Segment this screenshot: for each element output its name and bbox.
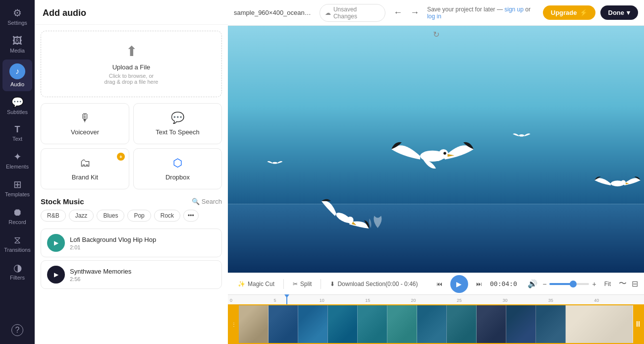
undo-button[interactable]: ← [390,5,405,20]
dropbox-card[interactable]: ⬡ Dropbox [133,148,222,189]
split-icon: ✂ [293,281,298,287]
dropbox-icon: ⬡ [173,157,182,170]
voiceover-card[interactable]: 🎙 Voiceover [41,103,129,144]
play-pause-button[interactable]: ▶ [450,275,468,293]
volume-icon[interactable]: 🔊 [528,279,537,288]
brand-kit-badge: + [117,153,125,161]
zoom-thumb [570,281,577,287]
genre-rock[interactable]: Rock [154,210,180,222]
zoom-out-icon[interactable]: − [542,280,546,288]
sidebar-item-audio[interactable]: ♪ Audio [2,59,32,91]
audio-panel: Add audio ⬆ Upload a File Click to brows… [35,0,228,344]
sidebar-item-label: Media [10,48,25,54]
sidebar-item-templates[interactable]: ⊞ Templates [2,175,32,201]
fit-button[interactable]: Fit [601,280,614,288]
sidebar-item-record[interactable]: ⏺ Record [2,203,32,229]
ruler-mark-10: 10 [320,298,324,303]
sidebar-item-elements[interactable]: ✦ Elements [2,148,32,173]
sidebar-item-label: Subtitles [7,109,28,115]
playhead[interactable] [286,295,287,304]
search-icon: 🔍 [192,198,200,205]
sidebar-item-transitions[interactable]: ⧖ Transitions [2,231,32,257]
stock-music-section: Stock Music 🔍 Search R&B Jazz Blues Pop … [35,193,228,229]
list-item[interactable]: ▶ Lofi Background Vlog Hip Hop 2:01 [41,229,222,257]
templates-icon: ⊞ [13,179,22,189]
genre-jazz[interactable]: Jazz [69,210,94,222]
sidebar-item-filters[interactable]: ◑ Filters [2,259,32,285]
audio-icon: ♪ [9,63,25,79]
play-track-2-button[interactable]: ▶ [47,266,65,284]
zoom-control: − + [542,280,596,288]
current-time: 00:04:0 [490,280,517,287]
sign-up-link[interactable]: sign up [504,6,524,13]
sidebar-item-media[interactable]: 🖼 Media [2,32,32,57]
genre-pop[interactable]: Pop [127,210,151,222]
track-left-handle[interactable]: ⋮ [229,305,239,343]
frame-thumb [447,305,477,343]
play-track-1-button[interactable]: ▶ [47,234,65,252]
sidebar-item-subtitles[interactable]: 💬 Subtitles [2,93,32,119]
cloud-icon: ☁ [325,9,331,16]
rotate-icon[interactable]: ↻ [433,30,439,39]
audio-options-grid: 🎙 Voiceover 💬 Text To Speech + 🗂 Brand K… [35,103,228,193]
download-icon: ⬇ [330,281,335,287]
zoom-slider[interactable] [549,283,589,285]
frame-thumb [417,305,447,343]
waveform-icon[interactable]: 〜 [619,279,627,289]
text-icon: T [15,125,20,134]
split-button[interactable]: ✂ Split [289,279,316,289]
redo-button[interactable]: → [407,5,422,20]
list-item[interactable]: ▶ Synthwave Memories 2:56 [41,260,222,289]
settings-icon: ⚙ [13,8,22,18]
ruler-mark-40: 40 [594,298,599,303]
genre-blues[interactable]: Blues [97,210,124,222]
playback-controls: ⏮ ▶ ⏭ 00:04:0 [432,275,517,293]
search-button[interactable]: 🔍 Search [192,198,222,205]
video-track-row: ⋮ ⏸ [229,305,643,343]
sidebar-item-label: Templates [5,191,30,197]
text-to-speech-card[interactable]: 💬 Text To Speech [133,103,222,144]
fast-forward-button[interactable]: ⏭ [472,279,486,289]
magic-cut-button[interactable]: ✨ Magic Cut [234,279,278,289]
panel-title: Add audio [35,0,228,25]
search-label: Search [202,198,222,205]
chevron-down-icon: ▾ [627,9,630,16]
video-preview-svg [228,26,644,273]
svg-point-4 [439,149,448,159]
topbar-right: Save your project for later — sign up or… [427,5,638,20]
timeline-controls: ✨ Magic Cut ✂ Split ⬇ Download Section(0… [228,273,644,294]
log-in-link[interactable]: log in [427,13,441,20]
sidebar-item-label: Audio [10,81,24,87]
stock-music-title: Stock Music [41,197,84,206]
separator [283,279,284,289]
subtitles-icon: 💬 [11,97,24,107]
ruler-mark-15: 15 [365,298,370,303]
microphone-icon: 🎙 [80,112,91,124]
svg-rect-0 [228,26,644,204]
zoom-in-icon[interactable]: + [592,280,596,288]
record-icon: ⏺ [12,207,22,217]
media-icon: 🖼 [12,36,22,46]
sidebar-item-help[interactable]: ? [2,320,32,340]
track-right-handle[interactable]: ⏸ [633,305,643,343]
stock-music-header: Stock Music 🔍 Search [41,197,222,206]
track-2-duration: 2:56 [70,276,215,282]
download-section-button[interactable]: ⬇ Download Section(0:00 - 0:46) [326,279,422,289]
genre-tags: R&B Jazz Blues Pop Rock ••• [41,210,222,222]
ruler-marks-container: 0 5 10 15 20 25 30 35 40 [228,295,644,304]
brand-kit-card[interactable]: + 🗂 Brand Kit [41,148,129,189]
track-1-info: Lofi Background Vlog Hip Hop 2:01 [70,236,215,250]
dropbox-label: Dropbox [165,173,190,181]
track-1-name: Lofi Background Vlog Hip Hop [70,236,215,243]
sidebar-item-settings[interactable]: ⚙ Settings [2,4,32,30]
genre-rnb[interactable]: R&B [41,210,66,222]
done-button[interactable]: Done ▾ [600,5,639,20]
sidebar-item-label: Transitions [4,247,30,253]
frame-thumb [506,305,536,343]
sidebar-item-text[interactable]: T Text [2,121,32,146]
genre-more[interactable]: ••• [183,210,199,222]
upload-area[interactable]: ⬆ Upload a File Click to browse, or drag… [41,31,222,97]
upgrade-button[interactable]: Upgrade ⚡ [543,5,595,20]
caption-icon[interactable]: ⊟ [632,279,638,288]
rewind-button[interactable]: ⏮ [432,279,446,289]
